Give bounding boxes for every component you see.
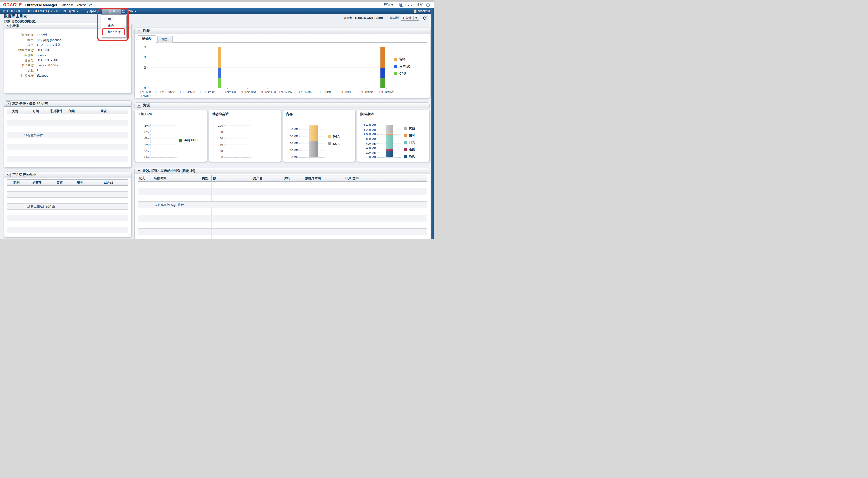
menu-label: 配置 bbox=[69, 9, 75, 13]
column-header: ID bbox=[212, 175, 252, 182]
divider bbox=[396, 3, 396, 7]
status-value: BOOBOOPDB1 bbox=[37, 58, 59, 62]
panel-title: SQL 监视 - 过去的小时数 (最高 20) bbox=[143, 169, 195, 173]
bar-segment bbox=[386, 134, 393, 135]
table-cell bbox=[252, 235, 283, 239]
header-row: 实例时间意外事件问题错误 bbox=[7, 108, 128, 114]
table-cell bbox=[138, 222, 153, 229]
bar-segment bbox=[386, 149, 393, 151]
status-value: Stopped bbox=[37, 74, 48, 77]
bar-segment bbox=[380, 67, 385, 78]
table-cell bbox=[212, 182, 252, 188]
table-cell bbox=[344, 182, 427, 188]
column-header: 并行 bbox=[283, 175, 304, 182]
legend-swatch bbox=[404, 127, 407, 130]
performance-chart-icon bbox=[122, 9, 125, 13]
legend-label: 当前 PDB bbox=[184, 139, 198, 142]
tab-activity-classes[interactable]: 活动类 bbox=[138, 35, 156, 43]
table-cell bbox=[344, 229, 427, 235]
collapse-button[interactable] bbox=[137, 29, 141, 33]
help-label: 帮助 bbox=[383, 3, 390, 7]
legend-label: 日志 bbox=[409, 141, 415, 144]
legend-swatch bbox=[394, 58, 397, 61]
table-cell bbox=[304, 222, 344, 229]
current-user[interactable]: SYS bbox=[405, 3, 412, 7]
nav-host: oracle01 bbox=[413, 8, 430, 14]
menu-item-roles[interactable]: 角色 bbox=[101, 23, 126, 29]
table-row bbox=[138, 195, 427, 202]
nav-menu-storage[interactable]: 存储 bbox=[84, 8, 99, 14]
table-cell bbox=[48, 144, 64, 150]
table-cell bbox=[64, 120, 80, 126]
table-row bbox=[7, 150, 128, 156]
refresh-icon[interactable] bbox=[422, 16, 427, 20]
menu-item-profiles[interactable]: 概要文件 bbox=[101, 29, 126, 35]
divider bbox=[414, 3, 414, 7]
table-cell bbox=[23, 120, 48, 126]
legend-label: CPU bbox=[399, 72, 406, 76]
wrench-icon bbox=[64, 9, 67, 13]
bar-segment bbox=[386, 151, 393, 157]
table-row bbox=[138, 208, 427, 215]
table-head: 实例所有者名称用时已开始 bbox=[7, 180, 128, 186]
table-cell bbox=[153, 222, 201, 229]
refresh-interval-select[interactable]: 1 分钟 bbox=[401, 15, 419, 21]
table-cell bbox=[23, 162, 48, 168]
y-tick-label: 1,400 MB bbox=[364, 124, 376, 127]
collapse-button[interactable] bbox=[6, 101, 10, 106]
table-cell bbox=[344, 195, 427, 202]
help-menu[interactable]: 帮助 bbox=[383, 3, 394, 7]
y-tick-label: 3 bbox=[144, 56, 146, 59]
logout-link[interactable]: 注销 bbox=[417, 3, 423, 7]
menu-item-users[interactable]: 用户 bbox=[101, 16, 126, 23]
data-storage-card: 数据存储 1,400 MB1,200 MB1,000 MB800 MB600 M… bbox=[357, 110, 430, 162]
table-cell bbox=[7, 227, 26, 233]
y-tick-label: 60 bbox=[220, 137, 223, 140]
table-cell bbox=[7, 144, 23, 150]
table-cell bbox=[80, 138, 128, 144]
nav-menu-security[interactable]: 安全 bbox=[101, 8, 121, 14]
collapse-button[interactable] bbox=[137, 169, 141, 173]
nav-menu-configuration[interactable]: 配置 bbox=[64, 8, 79, 14]
legend-swatch bbox=[328, 142, 331, 145]
table-cell bbox=[26, 221, 48, 227]
table-cell bbox=[7, 221, 26, 227]
table-cell bbox=[201, 182, 212, 188]
card-title: 内存 bbox=[286, 112, 352, 118]
table-cell bbox=[89, 233, 128, 238]
host-server-icon bbox=[413, 9, 417, 13]
table-cell bbox=[80, 144, 128, 150]
table-cell bbox=[71, 186, 89, 192]
table-row bbox=[7, 186, 128, 192]
nav-menu-performance[interactable]: 性能 bbox=[122, 8, 136, 14]
collapse-button[interactable] bbox=[137, 103, 141, 108]
host-label: oracle01 bbox=[418, 9, 430, 13]
bar-segment bbox=[309, 141, 318, 157]
collapse-button[interactable] bbox=[6, 173, 10, 177]
table-cell bbox=[344, 208, 427, 215]
table-cell bbox=[80, 162, 128, 168]
table-cell bbox=[201, 229, 212, 235]
table-cell bbox=[71, 221, 89, 227]
bar-segment bbox=[218, 78, 221, 88]
y-tick-label: 0 bbox=[221, 156, 223, 159]
sql-monitor-panel: SQL 监视 - 过去的小时数 (最高 20) 状态持续时间类型ID用户名并行数… bbox=[134, 168, 430, 239]
bar-segment bbox=[218, 67, 221, 78]
table-cell bbox=[344, 222, 427, 229]
table-cell bbox=[48, 227, 71, 233]
header-row: 状态持续时间类型ID用户名并行数据库时间SQL 文本 bbox=[138, 175, 427, 182]
table-cell bbox=[89, 186, 128, 192]
table-row bbox=[138, 229, 427, 235]
data-table: 状态持续时间类型ID用户名并行数据库时间SQL 文本未监视任何 SQL 执行 bbox=[137, 175, 427, 239]
nav-database-home[interactable]: BOOBOO / BOOBOOPDB1 (12.2.0.1.0) bbox=[2, 8, 65, 14]
table-cell bbox=[138, 195, 153, 202]
y-tick-label: 4 bbox=[144, 45, 146, 48]
security-user-icon bbox=[104, 9, 108, 13]
table-cell bbox=[48, 186, 71, 192]
tab-services[interactable]: 服务 bbox=[157, 36, 173, 43]
collapse-button[interactable] bbox=[6, 24, 10, 28]
table-row bbox=[138, 222, 427, 229]
table-cell bbox=[212, 195, 252, 202]
empty-message: 没有正在运行的作业 bbox=[26, 204, 128, 210]
chevron-down-icon bbox=[415, 17, 417, 19]
